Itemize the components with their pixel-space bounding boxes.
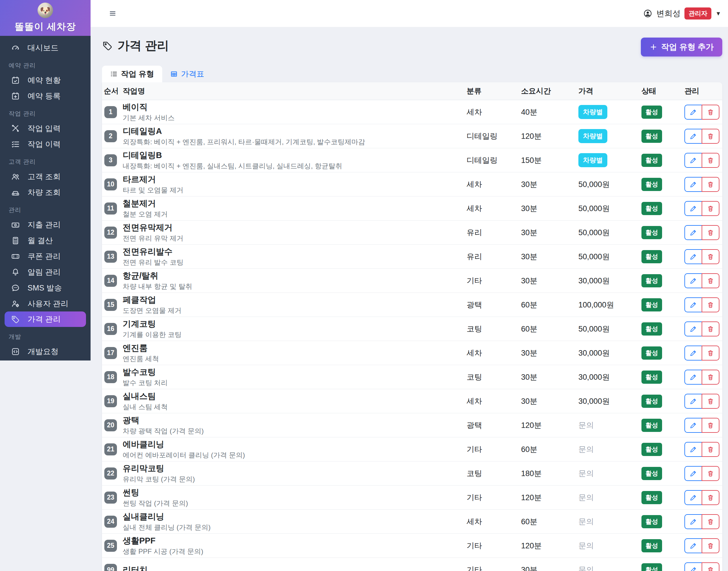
- tag-icon: [11, 315, 20, 324]
- status-badge: 활성: [641, 178, 662, 191]
- sidebar-item-chat[interactable]: SMS 발송: [0, 280, 91, 296]
- status-badge: 활성: [641, 346, 662, 360]
- edit-button[interactable]: [685, 346, 702, 360]
- table-row: 1 베이직 기본 세차 서비스 세차 40분 차량별 활성: [102, 100, 722, 124]
- order-badge: 2: [104, 130, 117, 142]
- sidebar-item-calendar-check[interactable]: 예약 현황: [0, 72, 91, 88]
- delete-button[interactable]: [702, 105, 719, 120]
- sidebar-item-tools[interactable]: 작업 입력: [0, 120, 91, 136]
- edit-button[interactable]: [685, 177, 702, 192]
- edit-button[interactable]: [685, 273, 702, 288]
- job-description: 기본 세차 서비스: [123, 114, 465, 122]
- pencil-icon: [690, 542, 697, 550]
- tab-job-types[interactable]: 작업 유형: [102, 66, 162, 82]
- delete-button[interactable]: [702, 129, 719, 144]
- column-header: 관리: [683, 86, 722, 96]
- edit-button[interactable]: [685, 129, 702, 144]
- edit-button[interactable]: [685, 225, 702, 240]
- edit-button[interactable]: [685, 105, 702, 120]
- brand-title: 똘똘이 세차장: [15, 20, 76, 33]
- delete-button[interactable]: [702, 153, 719, 168]
- pencil-icon: [690, 156, 697, 164]
- job-duration: 30분: [519, 565, 577, 571]
- pencil-icon: [690, 373, 697, 381]
- edit-button[interactable]: [685, 514, 702, 529]
- sidebar-item-person-gear[interactable]: 사용자 관리: [0, 296, 91, 312]
- user-name: 변희성: [657, 8, 681, 19]
- edit-button[interactable]: [685, 370, 702, 384]
- delete-button[interactable]: [702, 538, 719, 553]
- trash-icon: [707, 373, 714, 381]
- job-name: 생활PPF: [123, 536, 465, 546]
- delete-button[interactable]: [702, 346, 719, 360]
- edit-button[interactable]: [685, 298, 702, 312]
- job-category: 세차: [465, 396, 519, 407]
- delete-button[interactable]: [702, 490, 719, 505]
- tab-price-table[interactable]: 가격표: [162, 66, 212, 82]
- sidebar-item-tag[interactable]: 가격 관리: [5, 312, 86, 327]
- edit-button[interactable]: [685, 466, 702, 481]
- row-actions: [683, 273, 722, 288]
- delete-button[interactable]: [702, 298, 719, 312]
- row-actions: [683, 153, 722, 168]
- delete-button[interactable]: [702, 466, 719, 481]
- job-category: 세차: [465, 179, 519, 190]
- delete-button[interactable]: [702, 418, 719, 433]
- delete-button[interactable]: [702, 273, 719, 288]
- row-actions: [683, 418, 722, 433]
- delete-button[interactable]: [702, 394, 719, 409]
- sidebar-item-list-check[interactable]: 작업 이력: [0, 136, 91, 152]
- job-description: 실내 전체 클리닝 (가격 문의): [123, 523, 465, 532]
- sidebar-item-cash[interactable]: 지출 관리: [0, 217, 91, 233]
- edit-button[interactable]: [685, 562, 702, 571]
- job-description: 발수 코팅 처리: [123, 378, 465, 387]
- delete-button[interactable]: [702, 370, 719, 384]
- job-duration: 120분: [519, 492, 577, 503]
- sidebar-item-gauge[interactable]: 대시보드: [0, 40, 91, 55]
- sidebar-item-car[interactable]: 차량 조회: [0, 185, 91, 200]
- delete-button[interactable]: [702, 514, 719, 529]
- job-name: 베이직: [123, 102, 465, 112]
- sidebar-item-code[interactable]: 개발요청: [0, 344, 91, 359]
- sidebar-item-ticket[interactable]: 쿠폰 관리: [0, 248, 91, 264]
- job-duration: 30분: [519, 227, 577, 238]
- delete-button[interactable]: [702, 442, 719, 457]
- edit-button[interactable]: [685, 249, 702, 264]
- pencil-icon: [690, 229, 697, 236]
- delete-button[interactable]: [702, 201, 719, 216]
- edit-button[interactable]: [685, 442, 702, 457]
- job-duration: 30분: [519, 275, 577, 286]
- delete-button[interactable]: [702, 225, 719, 240]
- table-body: 1 베이직 기본 세차 서비스 세차 40분 차량별 활성 2 디테일링A 외장…: [102, 100, 722, 571]
- edit-button[interactable]: [685, 322, 702, 336]
- job-category: 유리: [465, 251, 519, 262]
- menu-toggle-button[interactable]: [109, 10, 116, 17]
- delete-button[interactable]: [702, 249, 719, 264]
- edit-button[interactable]: [685, 538, 702, 553]
- table-row: 12 전면유막제거 전면 유리 유막 제거 유리 30분 50,000원 활성: [102, 221, 722, 245]
- edit-button[interactable]: [685, 418, 702, 433]
- delete-button[interactable]: [702, 177, 719, 192]
- user-menu[interactable]: 변희성 관리자 ▼: [643, 7, 721, 19]
- add-job-type-button[interactable]: 작업 유형 추가: [641, 37, 722, 56]
- edit-button[interactable]: [685, 153, 702, 168]
- job-type-table-card: 순서작업명분류소요시간가격상태관리 1 베이직 기본 세차 서비스 세차 40분…: [102, 82, 722, 571]
- sidebar-item-people[interactable]: 고객 조회: [0, 168, 91, 185]
- delete-button[interactable]: [702, 562, 719, 571]
- job-price: 문의: [577, 420, 640, 431]
- delete-button[interactable]: [702, 322, 719, 336]
- edit-button[interactable]: [685, 490, 702, 505]
- job-duration: 120분: [519, 541, 577, 551]
- sidebar-item-bell[interactable]: 알림 관리: [0, 264, 91, 280]
- job-category: 기타: [465, 444, 519, 455]
- main-content: 가격 관리 작업 유형 추가 작업 유형 가격표 순서작업명분류소요시간가격상태…: [91, 27, 728, 571]
- edit-button[interactable]: [685, 394, 702, 409]
- table-row: 16 기계코팅 기계를 이용한 코팅 코팅 60분 50,000원 활성: [102, 317, 722, 341]
- order-badge: 23: [104, 491, 117, 503]
- sidebar-section-label: 개발: [0, 327, 91, 344]
- job-price: 문의: [577, 517, 640, 527]
- edit-button[interactable]: [685, 201, 702, 216]
- sidebar-item-calculator[interactable]: 월 결산: [0, 233, 91, 248]
- trash-icon: [707, 542, 714, 550]
- sidebar-item-calendar-plus[interactable]: 예약 등록: [0, 88, 91, 104]
